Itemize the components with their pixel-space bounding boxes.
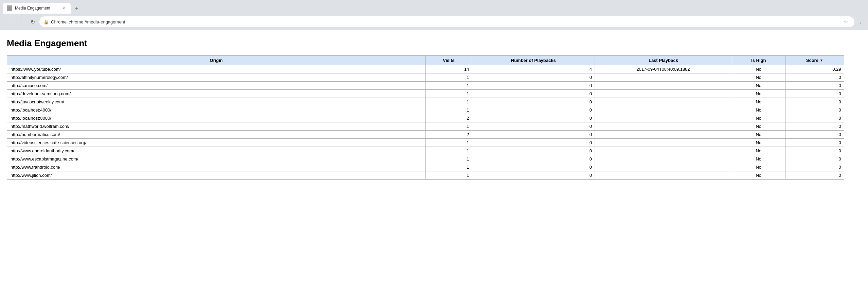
cell-score: 0 [785, 90, 844, 98]
cell-playbacks: 0 [472, 163, 595, 171]
cell-origin: http://numbermatics.com/ [7, 131, 426, 139]
cell-last-playback [595, 98, 732, 106]
table-row: http://localhost:8080/20No0 [7, 114, 844, 122]
cell-is-high: No [732, 114, 785, 122]
back-button[interactable]: ← [3, 16, 14, 27]
cell-score: 0 [785, 98, 844, 106]
tab-title: Media Engagement [15, 6, 58, 11]
cell-visits: 1 [426, 122, 472, 131]
cell-last-playback [595, 171, 732, 180]
cell-last-playback [595, 147, 732, 155]
cell-is-high: No [732, 131, 785, 139]
cell-origin: https://www.youtube.com/ [7, 65, 426, 73]
cell-is-high: No [732, 82, 785, 90]
table-row: http://mathworld.wolfram.com/10No0 [7, 122, 844, 131]
cell-visits: 1 [426, 73, 472, 82]
cell-is-high: No [732, 155, 785, 163]
header-is-high[interactable]: Is High [732, 56, 785, 65]
cell-last-playback [595, 73, 732, 82]
cell-origin: http://www.escapistmagazine.com/ [7, 155, 426, 163]
cell-origin: http://www.androidauthority.com/ [7, 147, 426, 155]
header-score[interactable]: Score ▼ [785, 56, 844, 65]
cell-score: 0 [785, 147, 844, 155]
cell-origin: http://affinitynumerology.com/ [7, 73, 426, 82]
cell-last-playback [595, 106, 732, 114]
media-engagement-table: Origin Visits Number of Playbacks Last P… [7, 55, 844, 180]
table-row: http://www.escapistmagazine.com/10No0 [7, 155, 844, 163]
cell-is-high: No [732, 65, 785, 73]
bookmark-button[interactable]: ☆ [841, 17, 850, 27]
url-text: chrome://media-engagement [69, 19, 125, 24]
cell-playbacks: 0 [472, 114, 595, 122]
cell-is-high: No [732, 171, 785, 180]
header-playbacks[interactable]: Number of Playbacks [472, 56, 595, 65]
browser-menu-button[interactable]: ⋮ [856, 17, 865, 27]
cell-visits: 1 [426, 106, 472, 114]
cell-playbacks: 0 [472, 147, 595, 155]
forward-button[interactable]: → [15, 16, 26, 27]
cell-is-high: No [732, 90, 785, 98]
header-origin[interactable]: Origin [7, 56, 426, 65]
cell-playbacks: 4 [472, 65, 595, 73]
table-row: http://developer.samsung.com/10No0 [7, 90, 844, 98]
cell-last-playback [595, 122, 732, 131]
cell-last-playback [595, 82, 732, 90]
tab-close-button[interactable]: × [61, 5, 67, 11]
security-icon: 🔒 [43, 19, 49, 24]
cell-origin: http://localhost:8080/ [7, 114, 426, 122]
cell-last-playback [595, 163, 732, 171]
address-bar[interactable]: 🔒 Chrome chrome://media-engagement ☆ [39, 16, 854, 27]
cell-is-high: No [732, 73, 785, 82]
cell-playbacks: 0 [472, 106, 595, 114]
tab-bar: Media Engagement × + [0, 0, 868, 14]
cell-score: 0.29— [785, 65, 844, 73]
cell-origin: http://videosciences.cafe-sciences.org/ [7, 139, 426, 147]
table-body: https://www.youtube.com/1442017-09-04T08… [7, 65, 844, 180]
cell-origin: http://www.frandroid.com/ [7, 163, 426, 171]
cell-score: 0 [785, 73, 844, 82]
table-row: http://numbermatics.com/20No0 [7, 131, 844, 139]
cell-visits: 2 [426, 114, 472, 122]
cell-score: 0 [785, 82, 844, 90]
cell-playbacks: 0 [472, 98, 595, 106]
cell-playbacks: 0 [472, 122, 595, 131]
cell-origin: http://localhost:4000/ [7, 106, 426, 114]
cell-origin: http://mathworld.wolfram.com/ [7, 122, 426, 131]
cell-visits: 1 [426, 155, 472, 163]
reload-button[interactable]: ↻ [27, 16, 38, 27]
active-tab[interactable]: Media Engagement × [3, 3, 71, 14]
cell-is-high: No [732, 106, 785, 114]
cell-playbacks: 0 [472, 155, 595, 163]
cell-is-high: No [732, 139, 785, 147]
cell-playbacks: 0 [472, 82, 595, 90]
cell-origin: http://developer.samsung.com/ [7, 90, 426, 98]
cell-score: 0 [785, 114, 844, 122]
header-visits[interactable]: Visits [426, 56, 472, 65]
table-row: http://javascriptweekly.com/10No0 [7, 98, 844, 106]
tab-page-icon [7, 5, 12, 11]
cell-last-playback: 2017-09-04T08:40:09.188Z [595, 65, 732, 73]
table-row: http://www.jilion.com/10No0 [7, 171, 844, 180]
cell-visits: 14 [426, 65, 472, 73]
cell-is-high: No [732, 163, 785, 171]
svg-rect-1 [8, 8, 11, 9]
cell-playbacks: 0 [472, 171, 595, 180]
table-header: Origin Visits Number of Playbacks Last P… [7, 56, 844, 65]
cell-visits: 1 [426, 163, 472, 171]
cell-score: 0 [785, 106, 844, 114]
cell-is-high: No [732, 147, 785, 155]
cell-score: 0 [785, 163, 844, 171]
new-tab-button[interactable]: + [72, 4, 82, 14]
cell-is-high: No [732, 122, 785, 131]
cell-playbacks: 0 [472, 90, 595, 98]
cell-visits: 2 [426, 131, 472, 139]
cell-playbacks: 0 [472, 131, 595, 139]
cell-origin: http://www.jilion.com/ [7, 171, 426, 180]
table-row: https://www.youtube.com/1442017-09-04T08… [7, 65, 844, 73]
header-last-playback[interactable]: Last Playback [595, 56, 732, 65]
cell-visits: 1 [426, 82, 472, 90]
cell-playbacks: 0 [472, 73, 595, 82]
cell-last-playback [595, 114, 732, 122]
cell-origin: http://javascriptweekly.com/ [7, 98, 426, 106]
cell-last-playback [595, 155, 732, 163]
